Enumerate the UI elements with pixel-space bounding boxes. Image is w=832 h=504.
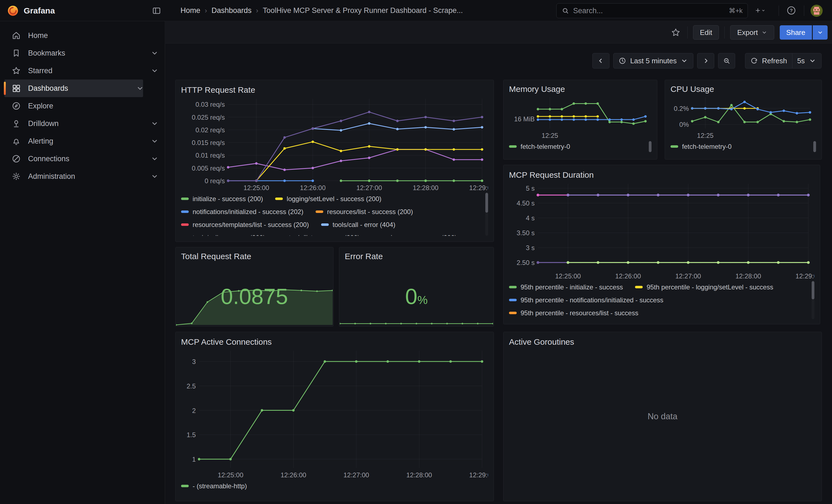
chevron-down-icon[interactable] bbox=[151, 172, 159, 181]
chevron-down-icon[interactable] bbox=[151, 49, 159, 57]
legend-item[interactable]: resources/templates/list - success (200) bbox=[181, 221, 309, 229]
breadcrumb-dashboards[interactable]: Dashboards bbox=[212, 6, 252, 15]
panel-title[interactable]: Memory Usage bbox=[509, 84, 651, 95]
legend-label: 95th percentile - resources/list - succe… bbox=[521, 309, 638, 317]
zoom-out-button[interactable] bbox=[718, 53, 735, 69]
plus-icon bbox=[754, 6, 761, 15]
legend-scrollbar-thumb[interactable] bbox=[813, 141, 816, 152]
legend-item[interactable]: initialize - success (200) bbox=[181, 195, 263, 203]
error-rate-unit: % bbox=[417, 294, 427, 306]
chevron-down-icon[interactable] bbox=[151, 137, 159, 145]
legend-item[interactable]: 95th percentile - logging/setLevel - suc… bbox=[635, 283, 773, 291]
legend-item[interactable]: tools/list - success (200) bbox=[277, 234, 360, 236]
legend-label: - (streamable-http) bbox=[192, 482, 247, 490]
svg-text:3 s: 3 s bbox=[526, 244, 535, 251]
sidebar-item-bookmarks[interactable]: Bookmarks bbox=[4, 44, 158, 62]
svg-text:5 s: 5 s bbox=[526, 185, 535, 192]
share-menu-button[interactable] bbox=[813, 25, 828, 39]
search-icon bbox=[562, 7, 569, 15]
sidebar-item-starred[interactable]: Starred bbox=[4, 62, 158, 80]
chevron-down-icon[interactable] bbox=[151, 155, 159, 163]
legend-label: tools/call - error (404) bbox=[333, 221, 395, 229]
sidebar-item-explore[interactable]: Explore bbox=[4, 97, 158, 115]
export-button[interactable]: Export bbox=[730, 25, 774, 39]
panel-http-request-rate: HTTP Request Rate 12:25:0012:26:0012:27:… bbox=[175, 80, 494, 242]
svg-text:4.50 s: 4.50 s bbox=[517, 200, 535, 207]
stat-wrap: 0.0875 bbox=[176, 247, 333, 326]
legend-item[interactable]: notifications/initialized - success (202… bbox=[181, 208, 304, 216]
chevron-down-icon[interactable] bbox=[151, 120, 159, 128]
legend-item[interactable]: logging/setLevel - success (200) bbox=[275, 195, 381, 203]
legend-scrollbar-thumb[interactable] bbox=[649, 141, 651, 152]
sidebar-item-drilldown[interactable]: Drilldown bbox=[4, 115, 158, 132]
refresh-button[interactable]: Refresh bbox=[745, 53, 792, 69]
svg-text:12:28:00: 12:28:00 bbox=[413, 184, 438, 191]
legend-item[interactable]: fetch-telemetry-0 bbox=[671, 143, 732, 151]
panel-title[interactable]: MCP Active Connections bbox=[181, 336, 488, 348]
legend-color-chip bbox=[321, 223, 329, 226]
legend-item[interactable]: resources/list - success (200) bbox=[316, 208, 413, 216]
compass-icon bbox=[11, 101, 21, 111]
time-shift-back-button[interactable] bbox=[592, 53, 609, 69]
sidebar-item-connections[interactable]: Connections bbox=[4, 150, 158, 167]
add-button[interactable] bbox=[754, 5, 765, 16]
panel-mcp-request-duration: MCP Request Duration 12:25:0012:26:0012:… bbox=[503, 165, 820, 324]
refresh-icon bbox=[750, 57, 758, 65]
chevron-down-icon bbox=[809, 57, 816, 65]
sidebar-collapse-icon[interactable] bbox=[152, 6, 161, 16]
sidebar-item-administration[interactable]: Administration bbox=[4, 167, 158, 185]
refresh-interval-picker[interactable]: 5s bbox=[792, 53, 822, 69]
time-range-picker[interactable]: Last 5 minutes bbox=[613, 53, 693, 69]
breadcrumb-home[interactable]: Home bbox=[181, 6, 200, 15]
memory-usage-chart: 12:2516 MiB bbox=[509, 95, 651, 140]
legend-color-chip bbox=[509, 145, 517, 148]
legend-scrollbar-thumb[interactable] bbox=[485, 193, 488, 213]
legend-row: fetch-telemetry-0 bbox=[671, 140, 816, 153]
breadcrumb-separator: › bbox=[205, 6, 207, 15]
search-input[interactable] bbox=[573, 7, 725, 15]
legend-item[interactable]: fetch-telemetry-0 bbox=[509, 143, 570, 151]
chevron-down-icon[interactable] bbox=[151, 67, 159, 75]
legend-color-chip bbox=[671, 145, 678, 148]
panel-error-rate: Error Rate 0% bbox=[339, 247, 494, 326]
legend-item[interactable]: tools/call - error (404) bbox=[321, 221, 395, 229]
legend-item[interactable]: tools/call - success (200) bbox=[181, 234, 265, 236]
search-box[interactable]: ⌘+k bbox=[556, 3, 748, 18]
svg-text:12:25:00: 12:25:00 bbox=[243, 184, 269, 191]
legend-label: tools/call - success (200) bbox=[192, 234, 265, 236]
chevron-down-icon bbox=[817, 29, 824, 36]
svg-text:12:27:00: 12:27:00 bbox=[356, 184, 382, 191]
sidebar-item-dashboards[interactable]: Dashboards bbox=[4, 80, 143, 97]
help-button[interactable]: ? bbox=[786, 5, 797, 16]
time-shift-forward-button[interactable] bbox=[697, 53, 714, 69]
edit-button[interactable]: Edit bbox=[693, 25, 719, 39]
user-avatar[interactable] bbox=[810, 5, 823, 17]
legend-row: fetch-telemetry-0 bbox=[509, 140, 651, 153]
divider bbox=[804, 5, 804, 16]
legend-item[interactable]: 95th percentile - initialize - success bbox=[509, 283, 623, 291]
svg-text:0.03 req/s: 0.03 req/s bbox=[196, 101, 225, 108]
legend-color-chip bbox=[509, 312, 517, 314]
panel-title[interactable]: MCP Request Duration bbox=[509, 169, 814, 181]
drilldown-icon bbox=[11, 119, 21, 128]
legend-row: resources/templates/list - success (200)… bbox=[181, 218, 488, 231]
legend-scrollbar-thumb[interactable] bbox=[812, 281, 814, 299]
favorite-star-button[interactable] bbox=[670, 26, 682, 38]
sidebar-item-label: Alerting bbox=[28, 137, 53, 145]
zoom-out-icon bbox=[723, 57, 730, 65]
grafana-logo[interactable] bbox=[7, 5, 19, 17]
share-button[interactable]: Share bbox=[780, 25, 812, 39]
legend-item[interactable]: unknown - success (200) bbox=[372, 234, 457, 236]
sidebar-item-alerting[interactable]: Alerting bbox=[4, 132, 158, 150]
refresh-label: Refresh bbox=[762, 57, 787, 65]
panel-title[interactable]: CPU Usage bbox=[671, 84, 816, 95]
legend-item[interactable]: - (streamable-http) bbox=[181, 482, 247, 490]
sidebar-item-home[interactable]: Home bbox=[4, 27, 158, 44]
legend-item[interactable]: 95th percentile - notifications/initiali… bbox=[509, 296, 664, 304]
legend-item[interactable]: 95th percentile - resources/list - succe… bbox=[509, 309, 638, 317]
chevron-down-icon[interactable] bbox=[136, 84, 144, 92]
svg-text:3: 3 bbox=[192, 358, 196, 365]
panel-title[interactable]: HTTP Request Rate bbox=[181, 84, 488, 96]
mcp-active-connections-chart: 12:25:0012:26:0012:27:0012:28:0012:29:00… bbox=[181, 348, 488, 479]
chevron-down-icon bbox=[761, 8, 765, 13]
